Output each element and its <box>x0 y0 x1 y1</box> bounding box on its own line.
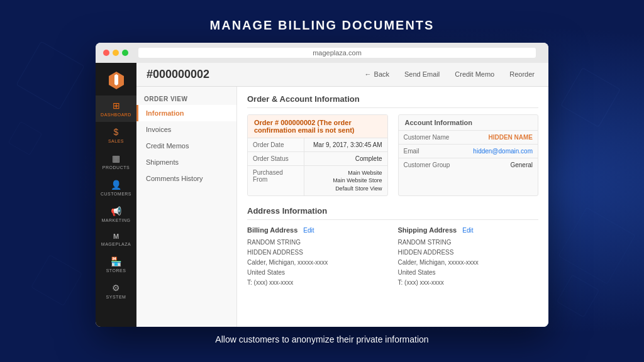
shipping-address-box: Shipping Address Edit RANDOM STRING HIDD… <box>398 226 539 288</box>
email-label: Email <box>399 145 469 158</box>
account-info-title: Account Information <box>399 115 538 131</box>
reorder-button[interactable]: Reorder <box>506 68 538 80</box>
dashboard-icon: ⊞ <box>113 101 120 111</box>
main-content: #000000002 ← Back Send Email Credit Memo… <box>136 63 548 327</box>
sidebar-item-products[interactable]: ▦ PRODUCTS <box>96 148 136 175</box>
address-section: Address Information Billing Address Edit… <box>247 206 538 288</box>
sidebar-label-dashboard: DASHBOARD <box>101 112 131 117</box>
sidebar-item-marketing[interactable]: 📢 MARKETING <box>96 201 136 228</box>
sidebar-item-system[interactable]: ⚙ SYSTEM <box>96 278 136 304</box>
sales-icon: $ <box>114 127 119 137</box>
nav-label-invoices: Invoices <box>146 126 171 133</box>
email-value: hidden@domain.com <box>468 145 538 158</box>
shipping-line-1: RANDOM STRING <box>398 238 539 248</box>
content-area: ORDER VIEW Information Invoices Credit M… <box>136 87 548 327</box>
order-status-row: Order Status Complete <box>248 152 387 166</box>
customers-icon: 👤 <box>111 180 121 190</box>
customer-group-label: Customer Group <box>399 158 506 172</box>
traffic-lights <box>103 50 128 56</box>
right-content: Order & Account Information Order # 0000… <box>237 87 548 327</box>
browser-chrome: mageplaza.com <box>96 43 548 63</box>
credit-memo-button[interactable]: Credit Memo <box>451 68 498 80</box>
nav-item-invoices[interactable]: Invoices <box>136 121 236 138</box>
billing-address-title: Billing Address Edit <box>247 226 388 234</box>
order-info-box: Order # 000000002 (The order confirmatio… <box>247 114 388 197</box>
order-info-title: Order # 000000002 (The order confirmatio… <box>248 115 387 138</box>
back-label: Back <box>374 70 389 78</box>
customer-name-label: Customer Name <box>399 131 484 144</box>
purchased-from-row: Purchased From Main Website Main Website… <box>248 166 387 196</box>
order-date-value: Mar 9, 2017, 3:30:45 AM <box>304 138 387 151</box>
billing-line-3: Calder, Michigan, xxxxx-xxxx <box>247 258 388 268</box>
order-view-title: ORDER VIEW <box>136 92 236 105</box>
nav-item-comments-history[interactable]: Comments History <box>136 170 236 187</box>
address-section-title: Address Information <box>247 206 538 220</box>
billing-address-text: RANDOM STRING HIDDEN ADDRESS Calder, Mic… <box>247 238 388 288</box>
page-title: MANAGE BILLING DOCUMENTS <box>210 18 435 33</box>
send-email-button[interactable]: Send Email <box>401 68 443 80</box>
shipping-line-5: T: (xxx) xxx-xxxx <box>398 278 539 288</box>
shipping-line-2: HIDDEN ADDRESS <box>398 248 539 258</box>
browser-window: mageplaza.com ⊞ DASHBOARD $ SALES ▦ PROD… <box>96 43 548 327</box>
sidebar-label-stores: STORES <box>106 268 126 273</box>
billing-address-label: Billing Address <box>247 226 297 234</box>
nav-label-information: Information <box>146 109 184 117</box>
products-icon: ▦ <box>112 153 120 163</box>
shipping-address-title: Shipping Address Edit <box>398 226 539 234</box>
billing-line-1: RANDOM STRING <box>247 238 388 248</box>
close-button[interactable] <box>103 50 109 56</box>
customer-group-value: General <box>505 158 538 172</box>
sidebar-item-dashboard[interactable]: ⊞ DASHBOARD <box>96 96 136 122</box>
maximize-button[interactable] <box>122 50 128 56</box>
shipping-address-text: RANDOM STRING HIDDEN ADDRESS Calder, Mic… <box>398 238 539 288</box>
sidebar-item-mageplaza[interactable]: M MAGEPLAZA <box>96 228 136 251</box>
logo <box>104 68 129 93</box>
nav-label-comments-history: Comments History <box>146 175 203 182</box>
account-info-box: Account Information Customer Name HIDDEN… <box>398 114 539 197</box>
browser-body: ⊞ DASHBOARD $ SALES ▦ PRODUCTS 👤 CUSTOME… <box>96 63 548 327</box>
sidebar-label-mageplaza: MAGEPLAZA <box>101 242 131 246</box>
address-bar[interactable]: mageplaza.com <box>138 48 536 58</box>
shipping-line-4: United States <box>398 268 539 278</box>
shipping-line-3: Calder, Michigan, xxxxx-xxxx <box>398 258 539 268</box>
sidebar-label-customers: CUSTOMERS <box>101 192 131 196</box>
billing-line-5: T: (xxx) xxx-xxxx <box>247 278 388 288</box>
nav-item-credit-memos[interactable]: Credit Memos <box>136 138 236 154</box>
nav-item-information[interactable]: Information <box>136 105 236 121</box>
billing-address-box: Billing Address Edit RANDOM STRING HIDDE… <box>247 226 388 288</box>
order-status-label: Order Status <box>248 152 304 165</box>
order-status-value: Complete <box>304 152 387 165</box>
order-number: #000000002 <box>147 68 209 81</box>
back-button[interactable]: ← Back <box>361 68 393 80</box>
order-date-label: Order Date <box>248 138 304 151</box>
sidebar-item-customers[interactable]: 👤 CUSTOMERS <box>96 175 136 201</box>
purchased-from-value: Main Website Main Website Store Default … <box>304 166 387 196</box>
shipping-edit-link[interactable]: Edit <box>462 227 473 234</box>
stores-icon: 🏪 <box>111 256 121 266</box>
email-row: Email hidden@domain.com <box>399 145 538 158</box>
customer-name-row: Customer Name HIDDEN NAME <box>399 131 538 145</box>
sidebar-label-products: PRODUCTS <box>103 165 130 170</box>
address-columns: Billing Address Edit RANDOM STRING HIDDE… <box>247 226 538 288</box>
billing-line-2: HIDDEN ADDRESS <box>247 248 388 258</box>
page-header: #000000002 ← Back Send Email Credit Memo… <box>136 63 548 87</box>
sidebar-label-sales: SALES <box>108 139 124 143</box>
customer-group-row: Customer Group General <box>399 158 538 172</box>
left-nav: ORDER VIEW Information Invoices Credit M… <box>136 87 237 327</box>
marketing-icon: 📢 <box>111 206 121 216</box>
customer-name-value: HIDDEN NAME <box>483 131 538 144</box>
mageplaza-icon: M <box>113 233 119 240</box>
billing-line-4: United States <box>247 268 388 278</box>
order-date-row: Order Date Mar 9, 2017, 3:30:45 AM <box>248 138 387 152</box>
back-arrow-icon: ← <box>365 70 372 78</box>
page-subtitle: Allow customers to anonymize their priva… <box>215 334 428 344</box>
sidebar-label-marketing: MARKETING <box>101 218 130 222</box>
nav-label-credit-memos: Credit Memos <box>146 142 189 150</box>
sidebar-label-system: SYSTEM <box>106 295 126 299</box>
sidebar-item-stores[interactable]: 🏪 STORES <box>96 251 136 278</box>
minimize-button[interactable] <box>113 50 119 56</box>
billing-edit-link[interactable]: Edit <box>303 227 314 234</box>
header-actions: ← Back Send Email Credit Memo Reorder <box>361 68 538 80</box>
nav-item-shipments[interactable]: Shipments <box>136 154 236 170</box>
sidebar-item-sales[interactable]: $ SALES <box>96 122 136 148</box>
